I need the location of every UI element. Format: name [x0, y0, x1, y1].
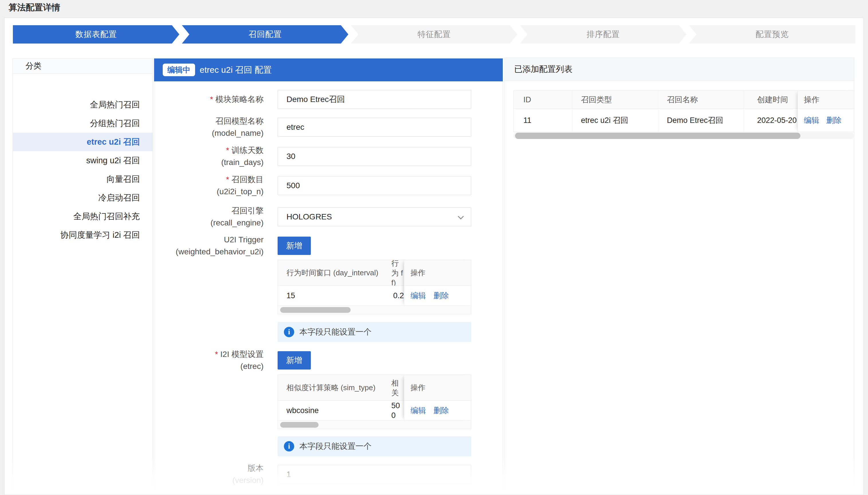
step-data-table-config[interactable]: 数据表配置 — [13, 25, 179, 44]
i2i-info-text: 本字段只能设置一个 — [299, 441, 372, 452]
required-asterisk: * — [215, 350, 218, 359]
editing-badge: 编辑中 — [163, 64, 195, 76]
added-config-table: ID 召回类型 召回名称 创建时间 11 etrec u2i 召回 Demo E… — [513, 90, 854, 132]
i2i-actions-fixed-column: 操作 编辑 删除 — [404, 375, 471, 420]
field-label-recall-count: *召回数目 (u2i2i_top_n) — [154, 174, 263, 198]
u2i-horizontal-scrollbar[interactable] — [278, 305, 471, 314]
step-recall-config[interactable]: 召回配置 — [182, 25, 348, 44]
cell-recall-name: Demo Etrec召回 — [658, 109, 744, 132]
u2i-edit-link[interactable]: 编辑 — [410, 290, 426, 301]
field-label-version: 版本(version) — [154, 462, 263, 487]
added-scrollbar-thumb[interactable] — [515, 133, 800, 139]
sidebar-item-global-hot[interactable]: 全局热门召回 — [13, 96, 153, 114]
version-input[interactable]: 1 — [277, 465, 471, 484]
added-config-title: 已添加配置列表 — [505, 58, 854, 81]
col-recall-name: 召回名称 — [658, 91, 744, 108]
category-sidebar: 分类 全局热门召回 分组热门召回 etrec u2i 召回 swing u2i … — [13, 58, 153, 495]
i2i-edit-link[interactable]: 编辑 — [410, 405, 426, 416]
sidebar-item-group-hot[interactable]: 分组热门召回 — [13, 114, 153, 133]
field-label-model-name: 召回模型名称(model_name) — [154, 115, 263, 139]
sidebar-item-etrec-u2i[interactable]: etrec u2i 召回 — [13, 133, 153, 151]
recall-count-input[interactable]: 500 — [277, 176, 471, 195]
added-edit-link[interactable]: 编辑 — [804, 115, 819, 125]
field-label-strategy-name: *模块策略名称 — [154, 93, 263, 105]
step-feature-config[interactable]: 特征配置 — [351, 25, 517, 44]
col-recall-type: 召回类型 — [572, 91, 658, 108]
recall-engine-select[interactable]: HOLOGRES — [277, 207, 471, 226]
i2i-actions-header: 操作 — [404, 375, 471, 401]
u2i-cell-day-interval: 15 — [278, 286, 390, 305]
step-wizard: 数据表配置 召回配置 特征配置 排序配置 配置预览 — [13, 25, 855, 44]
train-days-input[interactable]: 30 — [277, 147, 471, 166]
step-rank-config[interactable]: 排序配置 — [520, 25, 686, 44]
content-card: 数据表配置 召回配置 特征配置 排序配置 配置预览 分类 全局热门召回 分组热门… — [4, 18, 864, 495]
editor-panel: 编辑中 etrec u2i 召回 配置 *模块策略名称 Demo Etrec召回… — [154, 58, 503, 495]
sidebar-list: 全局热门召回 分组热门召回 etrec u2i 召回 swing u2i 召回 … — [13, 74, 153, 244]
cell-recall-type: etrec u2i 召回 — [572, 109, 658, 132]
editor-header: 编辑中 etrec u2i 召回 配置 — [154, 58, 503, 81]
i2i-scrollbar-thumb[interactable] — [280, 422, 319, 428]
model-name-input[interactable]: etrec — [277, 118, 471, 137]
required-asterisk: * — [226, 146, 229, 155]
field-label-recall-engine: 召回引擎(recall_engine) — [154, 205, 263, 229]
recall-engine-value: HOLOGRES — [287, 212, 332, 221]
i2i-add-button[interactable]: 新增 — [277, 351, 311, 370]
u2i-add-button[interactable]: 新增 — [277, 237, 311, 255]
required-asterisk: * — [226, 175, 229, 184]
info-icon: i — [284, 327, 294, 337]
required-asterisk: * — [210, 95, 213, 104]
u2i-info-alert: i 本字段只能设置一个 — [277, 322, 471, 342]
added-delete-link[interactable]: 删除 — [826, 115, 841, 125]
cell-id: 11 — [514, 109, 572, 132]
sidebar-item-swing-u2i[interactable]: swing u2i 召回 — [13, 151, 153, 170]
i2i-col-sim-type: 相似度计算策略 (sim_type) — [278, 375, 390, 400]
added-config-panel: 已添加配置列表 ID 召回类型 召回名称 创建时间 11 etrec u2i 召… — [505, 57, 854, 495]
u2i-trigger-table: 行为时间窗口 (day_interval) 行为 ff) 15 0.2 操作 编… — [277, 260, 471, 314]
sidebar-item-vector[interactable]: 向量召回 — [13, 170, 153, 188]
i2i-info-alert: i 本字段只能设置一个 — [277, 436, 471, 456]
u2i-delete-link[interactable]: 删除 — [433, 290, 449, 301]
u2i-actions-fixed-column: 操作 编辑 删除 — [404, 260, 471, 305]
step-config-preview[interactable]: 配置预览 — [689, 25, 855, 44]
i2i-delete-link[interactable]: 删除 — [433, 405, 449, 416]
strategy-name-input[interactable]: Demo Etrec召回 — [277, 90, 471, 109]
info-icon: i — [284, 441, 294, 451]
sidebar-item-cold-start[interactable]: 冷启动召回 — [13, 188, 153, 207]
sidebar-item-global-hot-supplement[interactable]: 全局热门召回补充 — [13, 207, 153, 226]
chevron-down-icon — [458, 214, 464, 219]
i2i-model-table: 相似度计算策略 (sim_type) 相关 wbcosine 500 操作 编辑… — [277, 375, 471, 429]
i2i-horizontal-scrollbar[interactable] — [278, 420, 471, 429]
added-actions-fixed-column: 操作 编辑 删除 — [798, 91, 854, 132]
field-label-u2i-trigger: U2I Trigger(weighted_behavior_u2i) — [154, 234, 263, 258]
field-label-train-days: *训练天数 (train_days) — [154, 144, 263, 168]
editor-title: etrec u2i 召回 配置 — [200, 64, 272, 76]
sidebar-item-cml-i2i[interactable]: 协同度量学习 i2i 召回 — [13, 226, 153, 244]
sidebar-header: 分类 — [13, 59, 153, 74]
u2i-col-day-interval: 行为时间窗口 (day_interval) — [278, 260, 390, 286]
added-horizontal-scrollbar[interactable] — [513, 133, 854, 139]
u2i-info-text: 本字段只能设置一个 — [299, 327, 372, 338]
col-id: ID — [514, 91, 572, 108]
u2i-scrollbar-thumb[interactable] — [280, 307, 351, 313]
field-label-i2i-model: *I2I 模型设置 (etrec) — [154, 348, 263, 372]
u2i-actions-header: 操作 — [404, 260, 471, 286]
page-title: 算法配置详情 — [8, 2, 60, 14]
added-actions-header: 操作 — [798, 91, 854, 109]
i2i-cell-sim-type: wbcosine — [278, 401, 390, 420]
